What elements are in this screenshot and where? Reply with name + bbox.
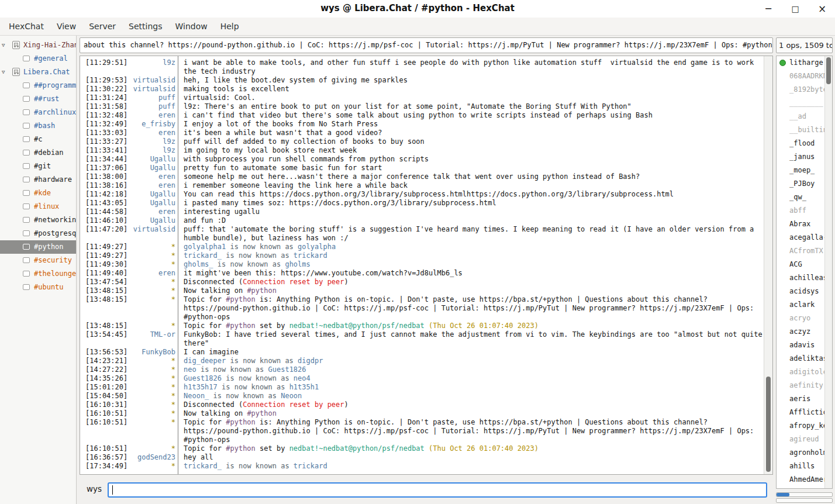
user-item[interactable]: achilleas	[777, 271, 832, 285]
user-item[interactable]: __builtin	[777, 123, 832, 137]
user-item[interactable]: AhmedAmer	[777, 473, 832, 486]
topic-input[interactable]: about this channel? https://pound-python…	[80, 37, 773, 53]
tree-item-hpython[interactable]: #python	[0, 240, 76, 254]
chat-line: [13:54:45]TML-orFunkyBob: I have tried s…	[80, 330, 764, 348]
tree-item-hhprogramming[interactable]: ##programming	[0, 79, 76, 92]
close-button[interactable]: ×	[814, 1, 830, 16]
user-nick: adavis	[789, 341, 815, 349]
tree-item-hthelounge[interactable]: #thelounge	[0, 267, 76, 281]
user-item[interactable]: 068AADRKN	[777, 70, 832, 83]
chat-line: [11:42:18]UgalluYou can read this https:…	[80, 190, 764, 199]
tree-item-xing-hai-zhan[interactable]: ▽Xing-Hai-Zhan	[0, 39, 76, 52]
message: hey all	[178, 453, 764, 462]
tree-item-hlinux[interactable]: #linux	[0, 200, 76, 213]
userlist-scrollbar[interactable]	[824, 56, 832, 488]
message-segment: is now known as	[222, 462, 294, 470]
menu-view[interactable]: View	[50, 19, 82, 34]
tree-item-hsecurity[interactable]: #security	[0, 254, 76, 267]
user-item[interactable]: _qw_	[777, 191, 832, 204]
message: heh, I like the boot.dev system of givin…	[178, 76, 764, 85]
tree-item-label: #networking	[34, 213, 76, 227]
tree-item-hdebian[interactable]: #debian	[0, 146, 76, 160]
user-item[interactable]: Afflictio	[777, 406, 832, 419]
chat-scrollbar[interactable]	[764, 56, 772, 474]
user-item[interactable]: adeliktas	[777, 352, 832, 365]
tree-item-hkde[interactable]: #kde	[0, 187, 76, 200]
inline-nick: Guest1826	[268, 365, 306, 374]
menu-window[interactable]: Window	[168, 19, 213, 34]
chat-scrollbar-thumb[interactable]	[766, 377, 771, 472]
inline-nick: trickard	[294, 462, 327, 470]
user-item[interactable]: ACG	[777, 258, 832, 271]
tree-item-hhardware[interactable]: #hardware	[0, 173, 76, 187]
timestamp: [11:42:18]	[80, 190, 127, 199]
tree-item-libera.chat[interactable]: ▽Libera.Chat	[0, 65, 76, 79]
message-segment: )	[344, 401, 349, 409]
tree-item-hpostgresql[interactable]: #postgresql	[0, 227, 76, 240]
chat-line: [16:36:57]godSend23hey all	[80, 453, 764, 462]
user-item[interactable]: ACfromTX	[777, 244, 832, 258]
tree-item-hnetworking[interactable]: #networking	[0, 213, 76, 227]
user-item[interactable]: adigitole	[777, 365, 832, 379]
user-item[interactable]: _PJBoy	[777, 177, 832, 191]
timestamp: [11:33:03]	[80, 129, 127, 137]
message-segment: is: Anything Python is on-topic. | Don't…	[184, 418, 758, 444]
chat-line: [11:30:22]virtualsidmaking tools is exce…	[80, 85, 764, 94]
tree-item-harchlinux[interactable]: #archlinux	[0, 106, 76, 119]
chat-line: [11:47:20]virtualsidpuff: that 'automate…	[80, 225, 764, 243]
user-item[interactable]: __ad	[777, 110, 832, 123]
user-item[interactable]: ________	[777, 96, 832, 110]
user-item[interactable]: aeris	[777, 392, 832, 406]
minimize-button[interactable]: −	[760, 1, 777, 16]
user-item[interactable]: abff	[777, 204, 832, 218]
user-item[interactable]: aefinity	[777, 379, 832, 392]
user-item[interactable]: aclark	[777, 298, 832, 312]
message: i pasted many times soz: https://docs.py…	[178, 199, 764, 208]
user-item[interactable]: afropy_ke	[777, 419, 832, 433]
menu-settings[interactable]: Settings	[122, 19, 168, 34]
menu-server[interactable]: Server	[82, 19, 122, 34]
tree-item-label: #git	[34, 160, 76, 173]
expander-icon[interactable]: ▽	[2, 39, 9, 52]
tree-item-hgit[interactable]: #git	[0, 160, 76, 173]
user-item[interactable]: acryo	[777, 312, 832, 325]
tree-item-hc[interactable]: #c	[0, 133, 76, 146]
op-icon	[779, 60, 786, 66]
message-input[interactable]	[108, 482, 767, 498]
tree-item-hbash[interactable]: #bash	[0, 119, 76, 133]
nick: Ugallu	[127, 190, 175, 199]
channel-icon	[23, 230, 30, 236]
expander-icon[interactable]: ▽	[2, 65, 9, 79]
menu-help[interactable]: Help	[214, 19, 246, 34]
user-item[interactable]: adavis	[777, 339, 832, 352]
user-item[interactable]: _moep_	[777, 164, 832, 177]
user-item[interactable]: Abrax	[777, 218, 832, 231]
user-item[interactable]: acegalla-	[777, 231, 832, 244]
maximize-button[interactable]: □	[787, 1, 803, 16]
lag-meter	[776, 492, 833, 497]
user-item[interactable]: aczyz	[777, 325, 832, 339]
userlist-scrollbar-thumb[interactable]	[826, 57, 831, 84]
tree-item-hgeneral[interactable]: #general	[0, 52, 76, 65]
nick: Ugallu	[127, 216, 175, 225]
user-item[interactable]: _flood	[777, 137, 832, 150]
message-segment: Topic for	[184, 322, 226, 330]
user-nick: acryo	[789, 314, 810, 322]
user-item[interactable]: agronholm	[777, 446, 832, 460]
menu-hexchat[interactable]: HexChat	[2, 19, 50, 34]
tree-item-hubuntu[interactable]: #ubuntu	[0, 281, 76, 294]
tree-item-hhrust[interactable]: ##rust	[0, 92, 76, 106]
user-item[interactable]: _8192byte	[777, 83, 832, 96]
message-segment: #python	[247, 286, 277, 295]
user-nick: _moep_	[789, 166, 815, 174]
user-item[interactable]: agireud	[777, 433, 832, 446]
user-item[interactable]: acidsys	[777, 285, 832, 298]
message-segment: #python	[226, 418, 256, 426]
user-item[interactable]: _janus	[777, 150, 832, 164]
nick: l9z	[127, 58, 175, 76]
user-nick: abff	[789, 206, 806, 215]
user-item[interactable]: ahills	[777, 460, 832, 473]
user-item[interactable]: litharge	[777, 56, 832, 70]
chat-line: [11:49:40]erenit might've been this: htt…	[80, 269, 764, 278]
nick: l9z	[127, 137, 175, 146]
